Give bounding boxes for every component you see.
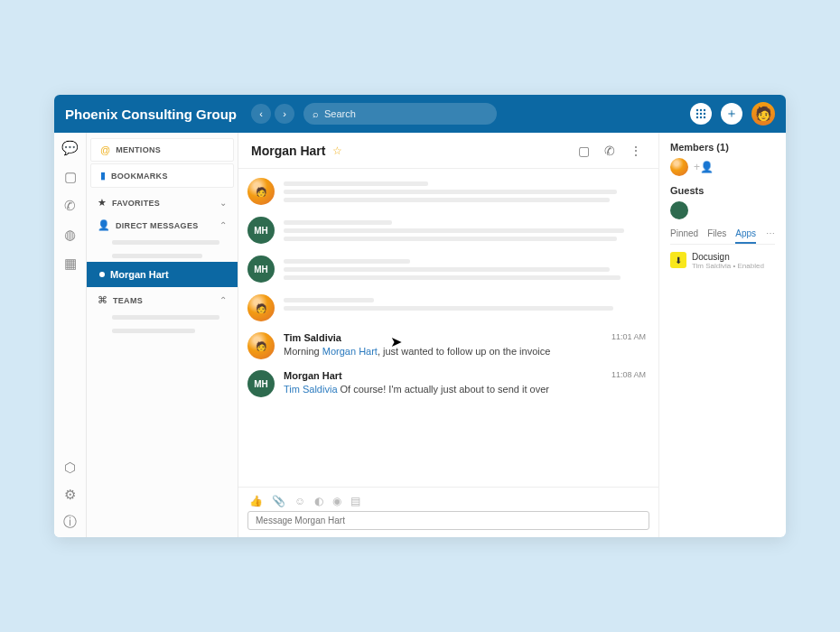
svg-point-0 [696, 109, 698, 111]
video-call-button[interactable]: ▢ [574, 144, 593, 158]
conversation-pane: Morgan Hart ☆ ▢ ✆ ⋮ 🧑 MH [238, 133, 659, 537]
conversation-header: Morgan Hart ☆ ▢ ✆ ⋮ [238, 133, 658, 169]
svg-point-7 [700, 116, 702, 118]
attach-icon[interactable]: 📎 [272, 495, 285, 507]
message-placeholder: MH [238, 211, 649, 250]
tab-apps[interactable]: Apps [735, 228, 756, 244]
apps-rail-icon[interactable]: ▦ [62, 256, 79, 272]
guest-avatar[interactable] [670, 201, 688, 219]
members-heading: Members (1) [670, 142, 775, 153]
docusign-icon: ⬇ [670, 252, 686, 268]
message-time: 11:08 AM [611, 370, 646, 379]
conversation-title: Morgan Hart [251, 144, 325, 158]
dialpad-button[interactable] [690, 103, 712, 125]
svg-point-2 [704, 109, 705, 111]
composer-input[interactable] [256, 516, 641, 525]
nav-back-button[interactable]: ‹ [251, 104, 271, 124]
search-box[interactable]: ⌕ [303, 103, 497, 125]
sidebar-active-dm-label: Morgan Hart [110, 269, 169, 280]
search-input[interactable] [324, 108, 488, 119]
record-icon[interactable]: ◉ [332, 495, 341, 507]
sidebar: @ MENTIONS ▮ BOOKMARKS ★FAVORITES ⌄ 👤DIR… [87, 133, 238, 537]
audio-call-button[interactable]: ✆ [601, 144, 619, 158]
message-time: 11:01 AM [611, 332, 646, 341]
app-list-item[interactable]: ⬇ Docusign Tim Saldivia • Enabled [670, 252, 775, 270]
message-sender: Tim Saldivia [284, 332, 646, 343]
nav-arrows: ‹ › [251, 104, 294, 124]
extension-rail-icon[interactable]: ⬡ [62, 460, 79, 476]
app-sub: Tim Saldivia • Enabled [692, 262, 764, 270]
new-button[interactable]: ＋ [721, 103, 742, 125]
sidebar-placeholder [112, 315, 219, 320]
avatar: MH [247, 256, 275, 283]
emoji-icon[interactable]: ☺ [294, 495, 305, 507]
svg-point-1 [700, 109, 702, 111]
more-button[interactable]: ⋮ [626, 144, 646, 158]
sidebar-mentions[interactable]: @ MENTIONS [90, 138, 234, 162]
note-icon[interactable]: ▤ [350, 495, 360, 507]
avatar: 🧑 [247, 178, 275, 205]
sidebar-favorites-section[interactable]: ★FAVORITES ⌄ [87, 190, 238, 212]
message-placeholder: 🧑 [238, 172, 649, 211]
composer-input-wrap[interactable] [247, 511, 649, 530]
chevron-up-icon: ⌃ [219, 220, 227, 230]
team-icon: ⌘ [98, 294, 107, 306]
chevron-up-icon: ⌃ [219, 295, 227, 305]
sidebar-bookmarks[interactable]: ▮ BOOKMARKS [90, 163, 234, 188]
star-icon: ★ [98, 197, 107, 209]
chevron-down-icon: ⌄ [219, 198, 227, 208]
app-name: Docusign [692, 252, 764, 262]
sidebar-active-dm[interactable]: Morgan Hart [87, 262, 238, 287]
at-icon: @ [100, 144, 110, 155]
message-row[interactable]: MH 11:08 AM Morgan Hart Tim Saldivia Of … [238, 365, 649, 403]
message-sender: Morgan Hart [284, 370, 646, 381]
thumbs-up-icon[interactable]: 👍 [249, 495, 263, 507]
guests-heading: Guests [670, 185, 775, 196]
sidebar-dms-section[interactable]: 👤DIRECT MESSAGES ⌃ [87, 212, 238, 235]
avatar: 🧑 [247, 294, 275, 321]
details-tabs: Pinned Files Apps ⋯ [670, 228, 775, 245]
top-bar: Phoenix Consulting Group ‹ › ⌕ ＋ 🧑 [54, 95, 786, 133]
phone-rail-icon[interactable]: ✆ [62, 198, 79, 214]
nav-forward-button[interactable]: › [275, 104, 294, 124]
icon-rail: 💬 ▢ ✆ ◍ ▦ ⬡ ⚙ ⓘ [54, 133, 87, 537]
presence-dot-icon [99, 272, 105, 277]
avatar: MH [247, 370, 275, 397]
message-text: Morning Morgan Hart, just wanted to foll… [284, 345, 646, 358]
svg-point-5 [704, 113, 705, 115]
svg-point-4 [700, 113, 702, 115]
details-pane: Members (1) +👤 Guests Pinned Files Apps … [659, 133, 786, 537]
gif-icon[interactable]: ◐ [314, 495, 323, 507]
sidebar-placeholder [112, 240, 219, 245]
message-list[interactable]: 🧑 MH MH 🧑 [238, 169, 658, 487]
profile-avatar[interactable]: 🧑 [751, 102, 775, 125]
tab-pinned[interactable]: Pinned [670, 228, 698, 244]
tab-files[interactable]: Files [707, 228, 726, 244]
person-icon: 👤 [98, 219, 110, 231]
mention[interactable]: Tim Saldivia [284, 384, 338, 395]
tabs-more-button[interactable]: ⋯ [766, 228, 775, 244]
sidebar-placeholder [112, 329, 195, 333]
svg-point-8 [704, 116, 705, 118]
composer: 👍 📎 ☺ ◐ ◉ ▤ [238, 487, 658, 537]
member-avatar[interactable] [670, 158, 688, 176]
message-row[interactable]: 🧑 11:01 AM Tim Saldivia Morning Morgan H… [238, 327, 649, 365]
avatar: 🧑 [247, 332, 275, 359]
help-rail-icon[interactable]: ⓘ [62, 514, 79, 530]
sidebar-teams-section[interactable]: ⌘TEAMS ⌃ [87, 287, 238, 310]
favorite-star-icon[interactable]: ☆ [332, 144, 342, 157]
messages-rail-icon[interactable]: 💬 [62, 140, 79, 156]
mention[interactable]: Morgan Hart [322, 346, 378, 357]
svg-point-6 [696, 116, 698, 118]
workspace-title: Phoenix Consulting Group [65, 107, 237, 122]
app-window: Phoenix Consulting Group ‹ › ⌕ ＋ 🧑 💬 ▢ ✆… [54, 95, 786, 537]
bookmark-icon: ▮ [100, 170, 106, 181]
add-member-button[interactable]: +👤 [694, 161, 714, 173]
contacts-rail-icon[interactable]: ◍ [62, 227, 79, 243]
message-placeholder: MH [238, 250, 649, 289]
search-icon: ⌕ [313, 108, 319, 119]
settings-rail-icon[interactable]: ⚙ [62, 487, 79, 503]
video-rail-icon[interactable]: ▢ [62, 169, 79, 185]
sidebar-placeholder [112, 254, 202, 258]
message-text: Tim Saldivia Of course! I'm actually jus… [284, 383, 646, 396]
